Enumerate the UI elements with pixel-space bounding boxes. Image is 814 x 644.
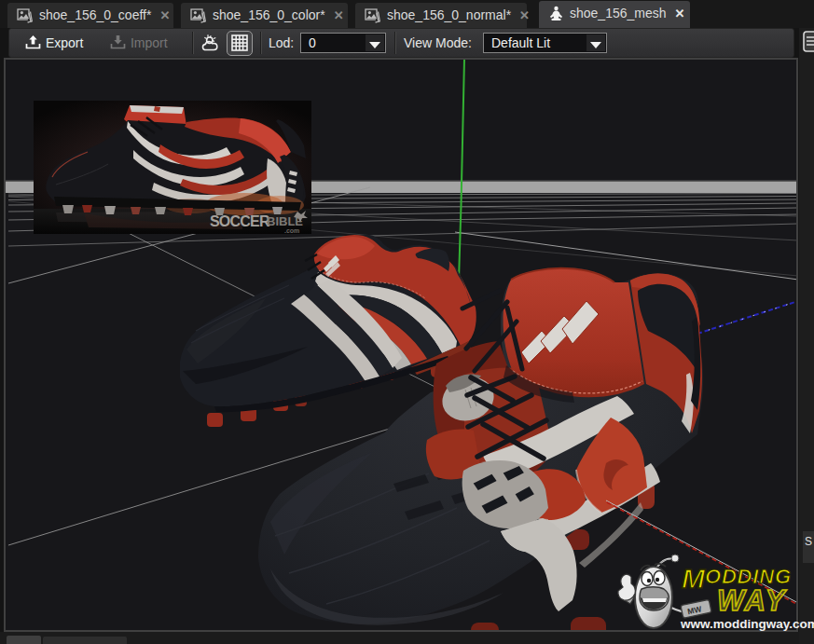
svg-text:.com: .com bbox=[284, 227, 299, 234]
svg-text:SOCCER: SOCCER bbox=[210, 213, 270, 229]
